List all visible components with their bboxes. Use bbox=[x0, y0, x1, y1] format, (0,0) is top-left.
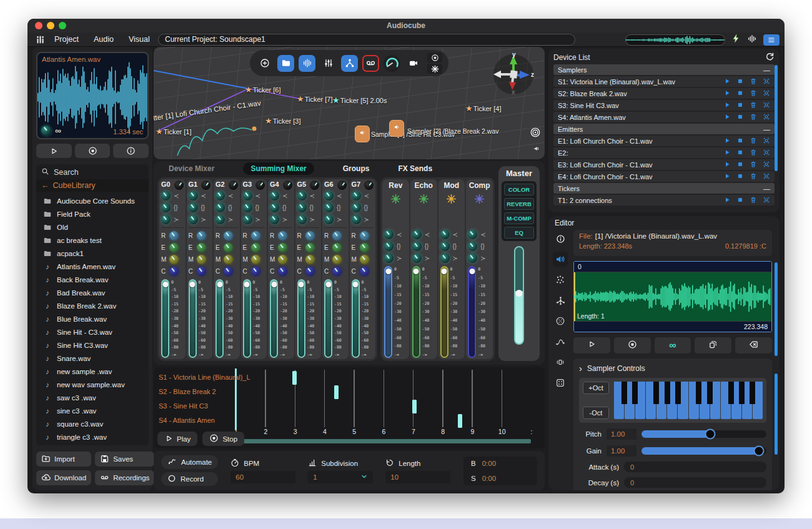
aux-knob[interactable] bbox=[352, 191, 361, 200]
pan-knob[interactable] bbox=[255, 180, 265, 190]
octave-down-button[interactable]: -Oct bbox=[583, 407, 609, 419]
aux-knob[interactable] bbox=[412, 230, 422, 239]
device-trash-icon[interactable] bbox=[750, 77, 757, 86]
attack-input[interactable]: 0 bbox=[624, 462, 766, 472]
group-channel-g2[interactable]: G2≺{}≻REMC0-5-10-15-20-30-40-50-60-80-∞ bbox=[214, 179, 240, 359]
channel-fader[interactable] bbox=[324, 279, 332, 358]
editor-tab-path-curve[interactable] bbox=[553, 334, 568, 349]
device-play-icon[interactable] bbox=[723, 137, 731, 146]
device-section-emitters[interactable]: Emitters— bbox=[553, 124, 775, 134]
pan-knob[interactable] bbox=[283, 180, 292, 190]
send-knob-R[interactable] bbox=[278, 231, 287, 240]
send-knob-M[interactable] bbox=[278, 255, 287, 264]
piano-black-key[interactable] bbox=[632, 382, 638, 404]
group-channel-g7[interactable]: G7≺{}≻REMC0-5-10-15-20-30-40-50-60-80-∞ bbox=[350, 179, 376, 359]
device-focus-icon[interactable] bbox=[763, 89, 770, 98]
device-trash-icon[interactable] bbox=[750, 196, 757, 205]
subdivision-select[interactable]: 1 bbox=[308, 471, 373, 483]
preview-info-button[interactable] bbox=[113, 144, 149, 158]
piano-black-key[interactable] bbox=[739, 382, 745, 404]
aux-knob[interactable] bbox=[189, 191, 198, 200]
library-file[interactable]: ♪Atlantis Amen.wav bbox=[36, 260, 149, 273]
collapse-icon[interactable]: — bbox=[763, 185, 770, 192]
library-folder[interactable]: ac breaks test bbox=[36, 234, 149, 247]
piano-black-key[interactable] bbox=[665, 382, 670, 404]
aux-knob[interactable] bbox=[297, 191, 307, 200]
send-knob-E[interactable] bbox=[305, 243, 315, 252]
sampler-object[interactable] bbox=[389, 120, 404, 137]
timeline-scrollbar[interactable] bbox=[235, 439, 531, 443]
viewport-volume-icon[interactable] bbox=[532, 144, 541, 153]
wave-end-value[interactable]: 223.348 bbox=[574, 322, 771, 332]
aux-knob[interactable] bbox=[468, 254, 477, 263]
library-folder[interactable]: Old bbox=[36, 220, 149, 234]
editor-tab-info[interactable] bbox=[553, 231, 568, 246]
tape-tool-button[interactable] bbox=[362, 55, 379, 72]
device-list-scrollbar[interactable] bbox=[775, 65, 778, 171]
send-knob-E[interactable] bbox=[197, 243, 206, 252]
send-knob-C[interactable] bbox=[278, 267, 287, 276]
mixer-tab-groups[interactable]: Groups bbox=[343, 164, 370, 173]
library-file[interactable]: ♪Back Break.wav bbox=[36, 273, 149, 286]
folder-tool-button[interactable] bbox=[277, 55, 294, 72]
sampler-controls-header[interactable]: ›Sampler Controls bbox=[579, 363, 766, 373]
editor-backspace-button[interactable] bbox=[735, 337, 772, 353]
mixer-tab-summing-mixer[interactable]: Summing Mixer bbox=[243, 162, 314, 175]
send-knob-R[interactable] bbox=[332, 231, 342, 240]
timeline-clip[interactable] bbox=[412, 400, 417, 413]
device-focus-icon[interactable] bbox=[763, 161, 770, 169]
record-button[interactable]: Record bbox=[161, 472, 218, 486]
piano-black-key[interactable] bbox=[707, 382, 713, 404]
timeline-panel[interactable]: 12345678910:S1 - Victoria Line (Binaural… bbox=[154, 367, 545, 448]
device-stop-square-icon[interactable] bbox=[736, 89, 744, 98]
send-knob-R[interactable] bbox=[197, 231, 206, 240]
device-row[interactable]: S4: Atlantis Amen.wav bbox=[553, 112, 775, 122]
import-button[interactable]: Import bbox=[36, 452, 91, 467]
aux-knob[interactable] bbox=[215, 215, 225, 224]
search-input[interactable]: Search bbox=[36, 164, 149, 179]
saves-button[interactable]: Saves bbox=[95, 452, 154, 467]
device-focus-icon[interactable] bbox=[763, 101, 770, 110]
ticker-object[interactable]: ★Ticker [3] bbox=[265, 116, 300, 126]
menu-visual[interactable]: Visual bbox=[129, 35, 150, 44]
channel-fader[interactable] bbox=[243, 279, 251, 358]
send-knob-M[interactable] bbox=[197, 255, 206, 264]
menu-button[interactable] bbox=[763, 34, 780, 46]
fx-channel-echo[interactable]: Echo≺{}≻0-5-10-15-20-30-40-50-60-80-∞ bbox=[410, 179, 437, 359]
fx-settings-icon[interactable] bbox=[390, 193, 402, 207]
audio-wave-tool-button[interactable] bbox=[299, 55, 315, 72]
orbit-icon[interactable] bbox=[530, 127, 541, 138]
library-folder[interactable]: Field Pack bbox=[36, 207, 149, 220]
aux-knob[interactable] bbox=[384, 254, 394, 263]
send-knob-E[interactable] bbox=[251, 243, 260, 252]
aux-knob[interactable] bbox=[324, 215, 334, 224]
device-play-icon[interactable] bbox=[723, 172, 731, 181]
send-knob-M[interactable] bbox=[360, 255, 369, 264]
aux-knob[interactable] bbox=[297, 215, 307, 224]
channel-fader[interactable] bbox=[352, 279, 360, 358]
sampler-object[interactable] bbox=[355, 126, 370, 142]
breadcrumb[interactable]: ←CubeLibrary bbox=[36, 179, 149, 192]
editor-stop-circle-button[interactable] bbox=[614, 337, 651, 353]
device-focus-icon[interactable] bbox=[763, 137, 770, 146]
axis-gizmo[interactable]: y z x bbox=[491, 51, 536, 98]
device-row[interactable]: S3: Sine Hit C3.wav bbox=[553, 100, 775, 111]
automate-button[interactable]: Automate bbox=[161, 455, 218, 469]
device-trash-icon[interactable] bbox=[750, 172, 757, 181]
send-knob-M[interactable] bbox=[305, 255, 315, 264]
master-fader[interactable] bbox=[514, 246, 524, 345]
sample-preview[interactable]: Atlantis Amen.wav ∞ 1.334 sec bbox=[36, 52, 149, 139]
menu-audio[interactable]: Audio bbox=[94, 35, 114, 44]
library-file[interactable]: ♪Bad Break.wav bbox=[36, 286, 149, 299]
group-channel-g4[interactable]: G4≺{}≻REMC0-5-10-15-20-30-40-50-60-80-∞ bbox=[268, 179, 294, 359]
device-row[interactable]: S1: Victoria Line (Binaural).wav_L.wav bbox=[553, 76, 775, 87]
device-trash-icon[interactable] bbox=[750, 113, 757, 122]
gain-slider[interactable] bbox=[641, 447, 766, 455]
preview-knob[interactable] bbox=[41, 126, 51, 136]
loop-infinity-icon[interactable]: ∞ bbox=[55, 126, 61, 136]
editor-duplicate-button[interactable] bbox=[695, 337, 731, 353]
channel-fader[interactable] bbox=[270, 279, 278, 358]
device-focus-icon[interactable] bbox=[763, 77, 770, 86]
fx-fader[interactable] bbox=[468, 266, 476, 358]
fx-settings-icon[interactable] bbox=[473, 193, 485, 207]
